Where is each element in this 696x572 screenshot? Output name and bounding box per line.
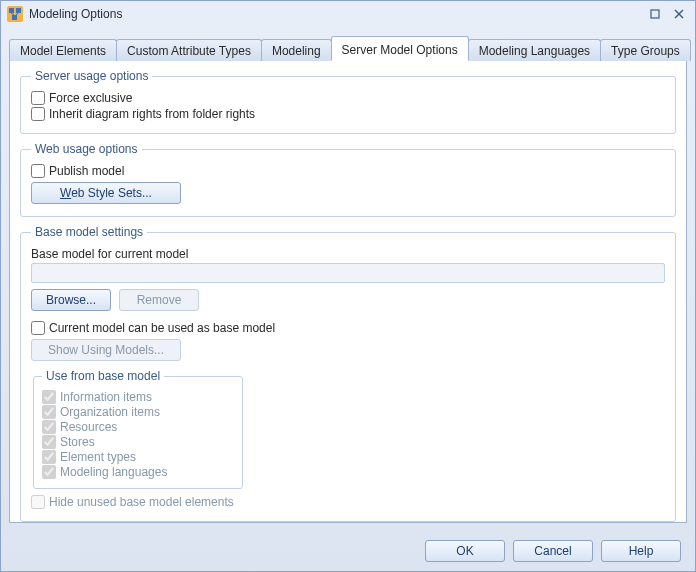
use-stores-label: Stores: [60, 435, 95, 449]
titlebar: Modeling Options: [1, 1, 695, 27]
current-as-base-checkbox[interactable]: [31, 321, 45, 335]
app-icon: [7, 6, 23, 22]
use-modeling-languages-checkbox: [42, 465, 56, 479]
tab-modeling[interactable]: Modeling: [261, 39, 332, 61]
use-organization-items-label: Organization items: [60, 405, 160, 419]
group-use-from-base-model: Use from base model Information items Or…: [33, 369, 243, 489]
help-button[interactable]: Help: [601, 540, 681, 562]
svg-rect-2: [16, 8, 21, 13]
hide-unused-label: Hide unused base model elements: [49, 495, 234, 509]
use-resources-label: Resources: [60, 420, 117, 434]
group-web-usage-legend: Web usage options: [31, 142, 142, 156]
ok-button[interactable]: OK: [425, 540, 505, 562]
publish-model-label: Publish model: [49, 164, 124, 178]
use-element-types-label: Element types: [60, 450, 136, 464]
use-modeling-languages-label: Modeling languages: [60, 465, 167, 479]
browse-button[interactable]: Browse...: [31, 289, 111, 311]
close-button[interactable]: [669, 6, 689, 22]
tab-panel-server-model-options: Server usage options Force exclusive Inh…: [9, 61, 687, 523]
base-model-for-current-label: Base model for current model: [31, 247, 188, 261]
publish-model-checkbox[interactable]: [31, 164, 45, 178]
svg-rect-6: [651, 10, 659, 18]
tab-custom-attribute-types[interactable]: Custom Attribute Types: [116, 39, 262, 61]
use-information-items-checkbox: [42, 390, 56, 404]
use-stores-checkbox: [42, 435, 56, 449]
inherit-rights-label: Inherit diagram rights from folder right…: [49, 107, 255, 121]
tab-model-elements[interactable]: Model Elements: [9, 39, 117, 61]
use-organization-items-checkbox: [42, 405, 56, 419]
force-exclusive-label: Force exclusive: [49, 91, 132, 105]
use-resources-checkbox: [42, 420, 56, 434]
group-use-from-base-model-legend: Use from base model: [42, 369, 164, 383]
svg-rect-1: [9, 8, 14, 13]
window-title: Modeling Options: [29, 7, 641, 21]
show-using-models-button: Show Using Models...: [31, 339, 181, 361]
force-exclusive-checkbox[interactable]: [31, 91, 45, 105]
svg-rect-3: [12, 15, 17, 20]
inherit-rights-checkbox[interactable]: [31, 107, 45, 121]
hide-unused-checkbox: [31, 495, 45, 509]
cancel-button[interactable]: Cancel: [513, 540, 593, 562]
group-server-usage: Server usage options Force exclusive Inh…: [20, 69, 676, 134]
tab-modeling-languages[interactable]: Modeling Languages: [468, 39, 601, 61]
use-information-items-label: Information items: [60, 390, 152, 404]
restore-button[interactable]: [645, 6, 665, 22]
group-server-usage-legend: Server usage options: [31, 69, 152, 83]
base-model-path-field[interactable]: [31, 263, 665, 283]
current-as-base-label: Current model can be used as base model: [49, 321, 275, 335]
group-web-usage: Web usage options Publish model Web Styl…: [20, 142, 676, 217]
use-element-types-checkbox: [42, 450, 56, 464]
group-base-model-settings: Base model settings Base model for curre…: [20, 225, 676, 522]
dialog-footer: OK Cancel Help: [1, 531, 695, 571]
tab-strip: Model Elements Custom Attribute Types Mo…: [9, 35, 687, 61]
tab-type-groups[interactable]: Type Groups: [600, 39, 691, 61]
web-style-sets-button[interactable]: Web Style Sets...: [31, 182, 181, 204]
tab-server-model-options[interactable]: Server Model Options: [331, 36, 469, 61]
group-base-model-settings-legend: Base model settings: [31, 225, 147, 239]
remove-button: Remove: [119, 289, 199, 311]
dialog-window: Modeling Options Model Elements Custom A…: [0, 0, 696, 572]
